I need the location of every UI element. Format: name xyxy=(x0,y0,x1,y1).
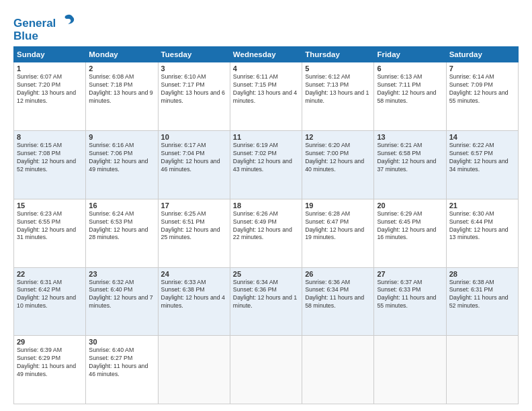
week-row-4: 22Sunrise: 6:31 AM Sunset: 6:42 PM Dayli… xyxy=(14,267,519,336)
day-number: 16 xyxy=(89,201,154,210)
logo-text: General xyxy=(13,13,75,30)
cell-info: Sunrise: 6:08 AM Sunset: 7:18 PM Dayligh… xyxy=(89,73,154,105)
cell-info: Sunrise: 6:13 AM Sunset: 7:11 PM Dayligh… xyxy=(377,73,443,105)
header-right xyxy=(75,12,519,13)
calendar-cell: 19Sunrise: 6:28 AM Sunset: 6:47 PM Dayli… xyxy=(302,199,374,267)
day-number: 15 xyxy=(17,201,83,210)
day-number: 25 xyxy=(233,270,299,278)
calendar-cell: 29Sunrise: 6:39 AM Sunset: 6:29 PM Dayli… xyxy=(14,336,86,404)
cell-info: Sunrise: 6:32 AM Sunset: 6:40 PM Dayligh… xyxy=(89,279,154,311)
calendar-cell: 20Sunrise: 6:29 AM Sunset: 6:45 PM Dayli… xyxy=(374,199,446,267)
weekday-header-thursday: Thursday xyxy=(302,47,374,62)
day-number: 28 xyxy=(449,270,515,278)
calendar-cell: 27Sunrise: 6:37 AM Sunset: 6:33 PM Dayli… xyxy=(374,267,446,336)
calendar-cell: 30Sunrise: 6:40 AM Sunset: 6:27 PM Dayli… xyxy=(86,336,158,404)
calendar-cell: 16Sunrise: 6:24 AM Sunset: 6:53 PM Dayli… xyxy=(86,199,158,267)
calendar-cell: 11Sunrise: 6:19 AM Sunset: 7:02 PM Dayli… xyxy=(230,131,302,199)
day-number: 9 xyxy=(89,133,154,141)
calendar-cell: 25Sunrise: 6:34 AM Sunset: 6:36 PM Dayli… xyxy=(230,267,302,336)
day-number: 5 xyxy=(305,64,371,73)
calendar-cell: 12Sunrise: 6:20 AM Sunset: 7:00 PM Dayli… xyxy=(302,131,374,199)
cell-info: Sunrise: 6:26 AM Sunset: 6:49 PM Dayligh… xyxy=(233,210,299,242)
day-number: 2 xyxy=(89,64,154,73)
cell-info: Sunrise: 6:11 AM Sunset: 7:15 PM Dayligh… xyxy=(233,73,299,105)
day-number: 22 xyxy=(17,270,83,278)
day-number: 17 xyxy=(161,201,227,210)
calendar-cell: 17Sunrise: 6:25 AM Sunset: 6:51 PM Dayli… xyxy=(158,199,230,267)
calendar-cell xyxy=(374,336,446,404)
calendar-cell xyxy=(230,336,302,404)
calendar-cell: 15Sunrise: 6:23 AM Sunset: 6:55 PM Dayli… xyxy=(14,199,86,267)
day-number: 30 xyxy=(89,338,154,346)
cell-info: Sunrise: 6:20 AM Sunset: 7:00 PM Dayligh… xyxy=(305,142,371,174)
day-number: 13 xyxy=(377,133,443,141)
day-number: 3 xyxy=(161,64,227,73)
day-number: 24 xyxy=(161,270,227,278)
day-number: 23 xyxy=(89,270,154,278)
calendar-cell: 23Sunrise: 6:32 AM Sunset: 6:40 PM Dayli… xyxy=(86,267,158,336)
cell-info: Sunrise: 6:36 AM Sunset: 6:34 PM Dayligh… xyxy=(305,279,371,311)
weekday-header-wednesday: Wednesday xyxy=(230,47,302,62)
weekday-header-row: SundayMondayTuesdayWednesdayThursdayFrid… xyxy=(14,47,519,62)
cell-info: Sunrise: 6:30 AM Sunset: 6:44 PM Dayligh… xyxy=(449,210,515,242)
calendar-cell: 5Sunrise: 6:12 AM Sunset: 7:13 PM Daylig… xyxy=(302,62,374,131)
cell-info: Sunrise: 6:16 AM Sunset: 7:06 PM Dayligh… xyxy=(89,142,154,174)
week-row-1: 1Sunrise: 6:07 AM Sunset: 7:20 PM Daylig… xyxy=(14,62,519,131)
calendar-cell: 26Sunrise: 6:36 AM Sunset: 6:34 PM Dayli… xyxy=(302,267,374,336)
calendar-cell xyxy=(446,336,518,404)
day-number: 10 xyxy=(161,133,227,141)
logo-bird-icon xyxy=(60,12,75,27)
weekday-header-saturday: Saturday xyxy=(446,47,518,62)
day-number: 27 xyxy=(377,270,443,278)
calendar-cell: 7Sunrise: 6:14 AM Sunset: 7:09 PM Daylig… xyxy=(446,62,518,131)
calendar-cell: 4Sunrise: 6:11 AM Sunset: 7:15 PM Daylig… xyxy=(230,62,302,131)
calendar-page: General Blue SundayMondayTuesdayWednesda… xyxy=(0,0,532,411)
cell-info: Sunrise: 6:31 AM Sunset: 6:42 PM Dayligh… xyxy=(17,279,83,311)
day-number: 11 xyxy=(233,133,299,141)
day-number: 19 xyxy=(305,201,371,210)
calendar-cell: 28Sunrise: 6:38 AM Sunset: 6:31 PM Dayli… xyxy=(446,267,518,336)
calendar-cell: 14Sunrise: 6:22 AM Sunset: 6:57 PM Dayli… xyxy=(446,131,518,199)
calendar-cell: 10Sunrise: 6:17 AM Sunset: 7:04 PM Dayli… xyxy=(158,131,230,199)
day-number: 14 xyxy=(449,133,515,141)
weekday-header-monday: Monday xyxy=(86,47,158,62)
calendar-cell: 21Sunrise: 6:30 AM Sunset: 6:44 PM Dayli… xyxy=(446,199,518,267)
day-number: 21 xyxy=(449,201,515,210)
cell-info: Sunrise: 6:39 AM Sunset: 6:29 PM Dayligh… xyxy=(17,347,83,379)
cell-info: Sunrise: 6:28 AM Sunset: 6:47 PM Dayligh… xyxy=(305,210,371,242)
day-number: 18 xyxy=(233,201,299,210)
day-number: 12 xyxy=(305,133,371,141)
week-row-3: 15Sunrise: 6:23 AM Sunset: 6:55 PM Dayli… xyxy=(14,199,519,267)
day-number: 6 xyxy=(377,64,443,73)
day-number: 20 xyxy=(377,201,443,210)
calendar-cell: 2Sunrise: 6:08 AM Sunset: 7:18 PM Daylig… xyxy=(86,62,158,131)
cell-info: Sunrise: 6:34 AM Sunset: 6:36 PM Dayligh… xyxy=(233,279,299,311)
day-number: 8 xyxy=(17,133,83,141)
cell-info: Sunrise: 6:24 AM Sunset: 6:53 PM Dayligh… xyxy=(89,210,154,242)
calendar-cell: 18Sunrise: 6:26 AM Sunset: 6:49 PM Dayli… xyxy=(230,199,302,267)
cell-info: Sunrise: 6:07 AM Sunset: 7:20 PM Dayligh… xyxy=(17,73,83,105)
logo-general: General xyxy=(13,17,56,30)
cell-info: Sunrise: 6:23 AM Sunset: 6:55 PM Dayligh… xyxy=(17,210,83,242)
calendar-cell: 22Sunrise: 6:31 AM Sunset: 6:42 PM Dayli… xyxy=(14,267,86,336)
calendar-cell xyxy=(302,336,374,404)
day-number: 26 xyxy=(305,270,371,278)
header: General Blue xyxy=(13,12,519,42)
cell-info: Sunrise: 6:14 AM Sunset: 7:09 PM Dayligh… xyxy=(449,73,515,105)
calendar-cell: 9Sunrise: 6:16 AM Sunset: 7:06 PM Daylig… xyxy=(86,131,158,199)
cell-info: Sunrise: 6:15 AM Sunset: 7:08 PM Dayligh… xyxy=(17,142,83,174)
calendar-cell: 3Sunrise: 6:10 AM Sunset: 7:17 PM Daylig… xyxy=(158,62,230,131)
cell-info: Sunrise: 6:12 AM Sunset: 7:13 PM Dayligh… xyxy=(305,73,371,105)
calendar-cell xyxy=(158,336,230,404)
calendar-cell: 8Sunrise: 6:15 AM Sunset: 7:08 PM Daylig… xyxy=(14,131,86,199)
logo: General Blue xyxy=(13,13,75,42)
day-number: 4 xyxy=(233,64,299,73)
calendar-cell: 13Sunrise: 6:21 AM Sunset: 6:58 PM Dayli… xyxy=(374,131,446,199)
cell-info: Sunrise: 6:21 AM Sunset: 6:58 PM Dayligh… xyxy=(377,142,443,174)
day-number: 29 xyxy=(17,338,83,346)
calendar-cell: 24Sunrise: 6:33 AM Sunset: 6:38 PM Dayli… xyxy=(158,267,230,336)
day-number: 1 xyxy=(17,64,83,73)
calendar-cell: 1Sunrise: 6:07 AM Sunset: 7:20 PM Daylig… xyxy=(14,62,86,131)
week-row-5: 29Sunrise: 6:39 AM Sunset: 6:29 PM Dayli… xyxy=(14,336,519,404)
day-number: 7 xyxy=(449,64,515,73)
